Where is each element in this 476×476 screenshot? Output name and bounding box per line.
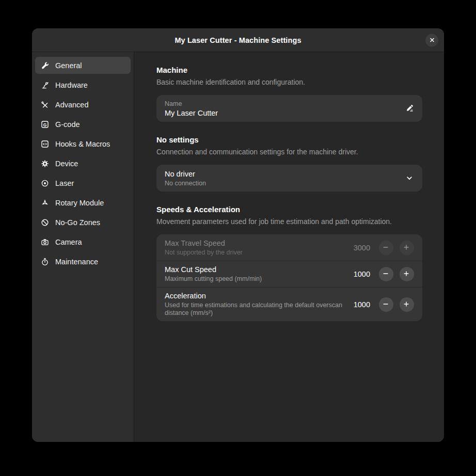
prohibited-icon [41, 218, 49, 227]
edit-pencil-icon [405, 104, 414, 113]
sidebar-item-laser[interactable]: Laser [35, 174, 131, 192]
section-description: Basic machine identification and configu… [156, 78, 422, 86]
settings-content: Machine Basic machine identification and… [134, 52, 444, 442]
section-description: Connection and communication settings fo… [156, 148, 422, 156]
wrench-icon [41, 61, 49, 70]
decrement-button [379, 241, 393, 255]
max-travel-speed-row: Max Travel Speed Not supported by the dr… [156, 234, 422, 261]
section-title: Machine [156, 66, 422, 74]
section-title: Speeds & Acceleration [156, 205, 422, 214]
row-subtitle: Maximum cutting speed (mm/min) [165, 275, 342, 283]
decrement-button[interactable] [379, 267, 393, 281]
close-icon [428, 36, 436, 44]
robot-arm-icon [41, 81, 49, 89]
row-text: Max Travel Speed Not supported by the dr… [165, 239, 348, 257]
sidebar-item-label: Hooks & Macros [55, 140, 110, 148]
increment-button[interactable] [400, 297, 414, 312]
section-speeds: Speeds & Acceleration Movement parameter… [156, 205, 422, 321]
sidebar-item-label: Hardware [55, 81, 88, 89]
sidebar-item-device[interactable]: Device [35, 155, 131, 172]
row-text: Max Cut Speed Maximum cutting speed (mm/… [165, 265, 348, 283]
titlebar: My Laser Cutter - Machine Settings [32, 28, 444, 52]
stopwatch-icon [41, 258, 49, 266]
macro-badge-icon [41, 140, 49, 148]
row-subtitle: Not supported by the driver [165, 249, 342, 257]
section-machine: Machine Basic machine identification and… [156, 66, 422, 122]
sidebar-item-camera[interactable]: Camera [35, 233, 131, 250]
sidebar-item-label: Camera [55, 238, 82, 246]
max-travel-speed-value: 3000 [348, 244, 370, 252]
sidebar-item-hooks-macros[interactable]: Hooks & Macros [35, 135, 131, 152]
acceleration-row: Acceleration Used for time estimations a… [156, 287, 422, 321]
section-driver: No settings Connection and communication… [156, 135, 422, 192]
sidebar-item-label: Device [55, 160, 78, 168]
max-cut-speed-row: Max Cut Speed Maximum cutting speed (mm/… [156, 261, 422, 287]
sidebar-item-label: Laser [55, 179, 74, 187]
row-text: Acceleration Used for time estimations a… [165, 292, 348, 317]
row-title: Acceleration [165, 292, 342, 300]
gcode-badge-icon: G [41, 120, 49, 129]
sidebar-item-advanced[interactable]: Advanced [35, 96, 131, 113]
machine-name-entry[interactable]: Name My Laser Cutter [156, 95, 422, 122]
sidebar-item-label: Maintenance [55, 258, 98, 266]
section-description: Movement parameters used for job time es… [156, 217, 422, 226]
sidebar-item-label: General [55, 61, 82, 70]
name-field-value[interactable]: My Laser Cutter [165, 109, 405, 117]
window-title: My Laser Cutter - Machine Settings [174, 36, 301, 44]
settings-sidebar: General Hardware Advanced G G-code [32, 52, 134, 442]
sidebar-item-label: G-code [55, 120, 80, 129]
sidebar-item-label: No-Go Zones [55, 218, 100, 227]
rotary-chuck-icon [41, 199, 49, 207]
entry-text: Name My Laser Cutter [165, 100, 405, 117]
row-title: Max Cut Speed [165, 265, 342, 274]
sidebar-item-label: Advanced [55, 101, 89, 109]
max-cut-speed-value[interactable]: 1000 [348, 270, 370, 278]
chevron-down-icon [405, 173, 414, 183]
plus-icon [403, 244, 411, 252]
gear-icon [41, 160, 49, 168]
sidebar-item-label: Rotary Module [55, 199, 104, 207]
minus-icon [382, 270, 390, 278]
name-field-label: Name [165, 100, 405, 107]
decrement-button[interactable] [379, 297, 393, 312]
laser-dot-icon [41, 179, 49, 187]
crossed-tools-icon [41, 101, 49, 109]
minus-icon [382, 244, 390, 252]
minus-icon [382, 300, 390, 309]
combo-text: No driver No connection [165, 170, 405, 187]
plus-icon [403, 300, 411, 309]
sidebar-item-rotary-module[interactable]: Rotary Module [35, 194, 131, 211]
sidebar-item-maintenance[interactable]: Maintenance [35, 253, 131, 270]
sidebar-item-gcode[interactable]: G G-code [35, 116, 131, 133]
svg-text:G: G [43, 122, 47, 127]
plus-icon [403, 270, 411, 278]
sidebar-item-general[interactable]: General [35, 57, 131, 74]
driver-selected-option: No driver [165, 170, 405, 178]
section-title: No settings [156, 135, 422, 144]
driver-connection-status: No connection [165, 180, 405, 187]
driver-select[interactable]: No driver No connection [156, 165, 422, 192]
close-button[interactable] [425, 34, 438, 46]
machine-settings-dialog: My Laser Cutter - Machine Settings Gener… [32, 28, 444, 442]
increment-button[interactable] [400, 267, 414, 281]
speeds-group: Max Travel Speed Not supported by the dr… [156, 234, 422, 321]
row-title: Max Travel Speed [165, 239, 342, 247]
sidebar-item-no-go-zones[interactable]: No-Go Zones [35, 214, 131, 231]
row-subtitle: Used for time estimations and calculatin… [165, 302, 342, 317]
sidebar-item-hardware[interactable]: Hardware [35, 76, 131, 93]
increment-button [400, 241, 414, 255]
camera-icon [41, 238, 49, 246]
acceleration-value[interactable]: 1000 [348, 300, 370, 309]
